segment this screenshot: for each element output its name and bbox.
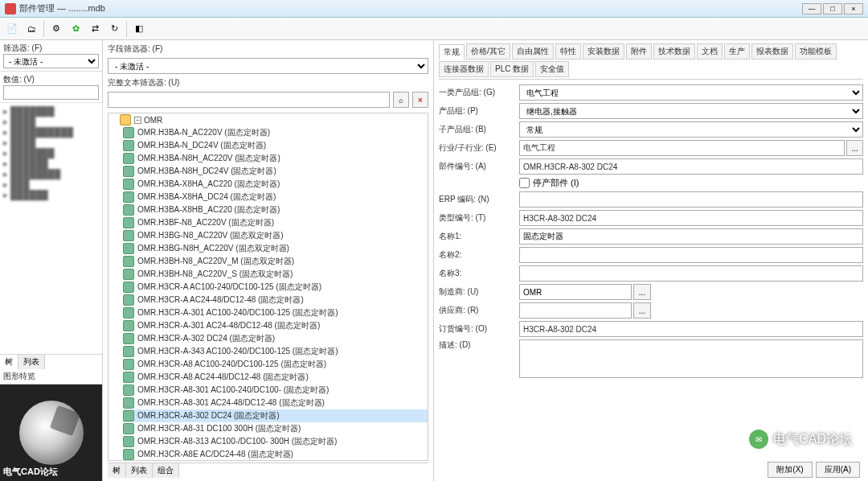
tree-item[interactable]: OMR.H3BH-N8_AC220V_S (固态双定时器): [123, 268, 428, 281]
preview-image: [19, 401, 84, 465]
property-tab[interactable]: 安装数据: [583, 43, 624, 60]
tree-item[interactable]: OMR.H3CR-A8-301 AC24-48/DC12-48 (固态定时器): [123, 397, 428, 409]
part-no-value: [519, 158, 863, 175]
tree-item[interactable]: OMR.H3CR-A8-313 AC100-/DC100- 300H (固态定时…: [123, 435, 428, 448]
desc-textarea[interactable]: [519, 339, 863, 378]
tree-item[interactable]: OMR.H3CR-A AC24-48/DC12-48 (固态定时器): [123, 294, 428, 306]
tree-item[interactable]: OMR.H3BG-N8_AC220V (固态双定时器): [123, 229, 428, 242]
tree-item[interactable]: OMR.H3CR-A AC100-240/DC100-125 (固态定时器): [123, 281, 428, 294]
tree-item[interactable]: OMR.H3BA-N8H_DC24V (固态定时器): [123, 165, 428, 178]
tree-item[interactable]: OMR.H3BA-N_DC24V (固态定时器): [123, 139, 428, 152]
industry-browse-button[interactable]: ...: [846, 140, 863, 156]
property-tab[interactable]: 特性: [555, 43, 581, 60]
left-tree-area[interactable]: ▸ ███████▸ ████▸ ██████████▸ ████▸ █████…: [0, 103, 102, 354]
parts-tree[interactable]: −OMR OMR.H3BA-N_AC220V (固态定时器)OMR.H3BA-N…: [108, 113, 428, 461]
filter-label: 筛选器: (F): [3, 43, 99, 54]
property-tab[interactable]: 生产: [724, 43, 750, 60]
name3-label: 名称3:: [439, 268, 519, 279]
tree-item[interactable]: OMR.H3CR-A-302 DC24 (固态定时器): [123, 332, 428, 345]
type-no-label: 类型编号: (T): [439, 212, 519, 224]
value-input[interactable]: [3, 85, 99, 100]
preview-badge: 电气CAD论坛: [3, 466, 58, 478]
subgroup-label: 产品组: (P): [439, 105, 519, 117]
minimize-button[interactable]: —: [802, 3, 821, 14]
product-group-select[interactable]: 电气工程: [519, 84, 863, 101]
order-no-label: 订货编号: (O): [439, 323, 519, 335]
left-tab-list[interactable]: 列表: [18, 355, 45, 369]
name1-input[interactable]: [519, 228, 863, 245]
property-tab[interactable]: 报表数据: [751, 43, 793, 60]
tree-item[interactable]: OMR.H3CR-A8-31 DC100 300H (固态定时器): [123, 422, 428, 435]
toolbar-btn-4[interactable]: ✿: [67, 20, 84, 38]
subgroup-select[interactable]: 继电器,接触器: [519, 103, 863, 119]
mid-bottom-tabs: 树 列表 组合: [108, 462, 428, 478]
preview-caption: 图形特览: [3, 371, 99, 382]
tree-item[interactable]: OMR.H3BA-N_AC220V (固态定时器): [123, 126, 428, 139]
mid-tab-list[interactable]: 列表: [126, 463, 153, 478]
clear-button[interactable]: ×: [412, 92, 428, 108]
tree-item[interactable]: OMR.H3CR-A8-301 AC100-240/DC100- (固态定时器): [123, 384, 428, 397]
toolbar-btn-1[interactable]: 📄: [3, 20, 21, 38]
toolbar-btn-2[interactable]: 🗂: [23, 20, 40, 38]
name2-value: [519, 247, 863, 263]
tree-item[interactable]: OMR.H3BA-N8H_AC220V (固态定时器): [123, 152, 428, 165]
desc-label: 描述: (D): [439, 339, 519, 351]
property-tab[interactable]: 自由属性: [512, 43, 554, 60]
industry-label: 行业/子行业: (E): [439, 142, 519, 154]
title-bar: 部件管理 — ........mdb — □ ×: [0, 0, 868, 18]
supplier-browse-button[interactable]: ...: [633, 302, 651, 319]
tree-item[interactable]: OMR.H3BG-N8H_AC220V (固态双定时器): [123, 242, 428, 255]
maximize-button[interactable]: □: [823, 3, 842, 14]
part-no-label: 部件编号: (A): [439, 161, 519, 172]
property-tab[interactable]: 连接器数据: [439, 61, 489, 77]
fulltext-filter-label: 完整文本筛选器: (U): [108, 77, 188, 88]
tree-item[interactable]: OMR.H3BA-X8HB_AC220 (固态定时器): [123, 204, 428, 216]
mfr-input[interactable]: [519, 284, 632, 300]
tree-item[interactable]: OMR.H3BA-X8HA_DC24 (固态定时器): [123, 191, 428, 204]
tree-item[interactable]: OMR.H3CR-A8-302 DC24 (固态定时器): [123, 409, 428, 422]
tree-item[interactable]: OMR.H3CR-A8 AC100-240/DC100-125 (固态定时器): [123, 358, 428, 371]
search-button[interactable]: ⌕: [393, 92, 409, 108]
toolbar-btn-7[interactable]: ◧: [130, 20, 148, 38]
tree-item[interactable]: OMR.H3CR-A8E AC/DC24-48 (固态定时器): [123, 448, 428, 461]
child-group-select[interactable]: 常规: [519, 121, 863, 138]
supplier-label: 供应商: (R): [439, 305, 519, 316]
toolbar-btn-5[interactable]: ⇄: [86, 20, 104, 38]
tree-root[interactable]: −OMR: [120, 113, 428, 126]
property-tab[interactable]: 技术数据: [653, 43, 695, 60]
property-tab[interactable]: 附件: [626, 43, 652, 60]
order-no-value: [519, 321, 863, 337]
mid-tab-tree[interactable]: 树: [108, 463, 126, 478]
tree-item[interactable]: OMR.H3BF-N8_AC220V (固态定时器): [123, 216, 428, 229]
mfr-browse-button[interactable]: ...: [633, 284, 651, 300]
property-tab[interactable]: 文档: [697, 43, 723, 60]
right-panel: 常规价格/其它自由属性特性安装数据附件技术数据文档生产报表数据功能模板连接器数据…: [434, 40, 868, 481]
toolbar-btn-3[interactable]: ⚙: [47, 20, 65, 38]
left-panel: 筛选器: (F) - 未激活 - 数值: (V) ▸ ███████▸ ████…: [0, 40, 103, 481]
property-tab[interactable]: 价格/其它: [466, 43, 510, 60]
property-tab[interactable]: PLC 数据: [490, 61, 534, 77]
tree-item[interactable]: OMR.H3BH-N8_AC220V_M (固态双定时器): [123, 255, 428, 268]
apply-button[interactable]: 应用(A): [816, 462, 860, 478]
discontinued-checkbox[interactable]: [519, 178, 530, 188]
property-tab[interactable]: 功能模板: [795, 43, 837, 60]
extra-button[interactable]: 附加(X): [768, 462, 812, 478]
property-tab[interactable]: 安全值: [535, 61, 569, 77]
supplier-input[interactable]: [519, 302, 632, 319]
tree-item[interactable]: OMR.H3BA-X8HA_AC220 (固态定时器): [123, 178, 428, 191]
preview-panel: 电气CAD论坛: [0, 384, 102, 481]
property-tab[interactable]: 常规: [439, 44, 465, 60]
tree-item[interactable]: OMR.H3CR-A-301 AC100-240/DC100-125 (固态定时…: [123, 306, 428, 319]
fulltext-filter-input[interactable]: [108, 92, 390, 108]
toolbar-btn-6[interactable]: ↻: [105, 20, 123, 38]
name1-label: 名称1:: [439, 231, 519, 242]
filter-combo[interactable]: - 未激活 -: [3, 54, 99, 68]
mid-tab-combo[interactable]: 组合: [153, 463, 179, 478]
tree-item[interactable]: OMR.H3CR-A-343 AC100-240/DC100-125 (固态定时…: [123, 345, 428, 358]
tree-item[interactable]: OMR.H3CR-A8 AC24-48/DC12-48 (固态定时器): [123, 371, 428, 384]
close-button[interactable]: ×: [844, 3, 863, 14]
left-tab-tree[interactable]: 树: [0, 355, 18, 369]
field-filter-combo[interactable]: - 未激活 -: [108, 58, 428, 74]
tree-item[interactable]: OMR.H3CR-A-301 AC24-48/DC12-48 (固态定时器): [123, 319, 428, 332]
app-icon: [5, 3, 16, 14]
